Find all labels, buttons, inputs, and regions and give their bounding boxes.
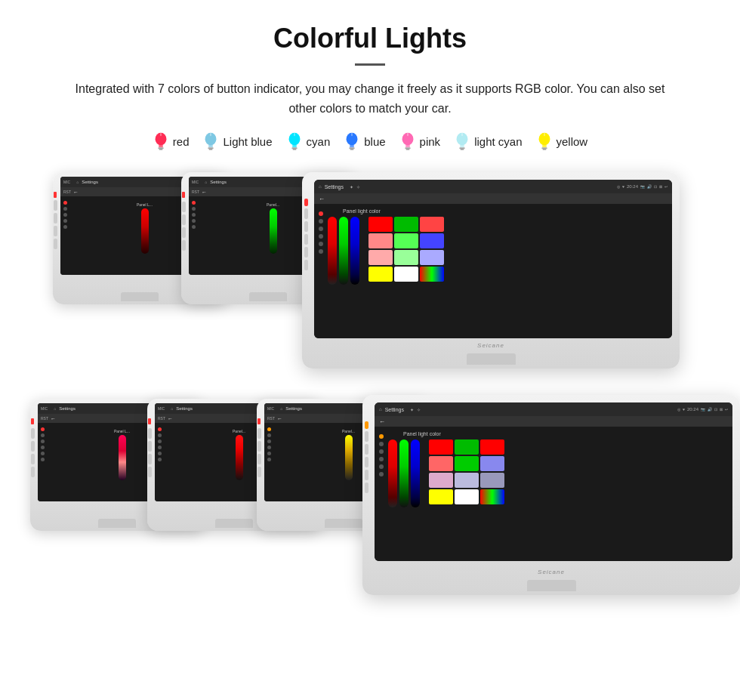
color-item-red: red xyxy=(153,131,190,151)
svg-rect-16 xyxy=(350,145,354,148)
color-item-lightblue: Light blue xyxy=(202,131,272,151)
color-label-red: red xyxy=(173,135,190,148)
lightblue-bulb-icon xyxy=(202,131,219,151)
svg-rect-18 xyxy=(350,149,354,150)
yellow-bulb-icon xyxy=(536,131,553,151)
page-title: Colorful Lights xyxy=(30,23,710,54)
svg-rect-8 xyxy=(209,149,213,150)
svg-rect-3 xyxy=(159,149,162,150)
pink-bulb-icon xyxy=(399,131,416,151)
device-foot-3 xyxy=(310,347,672,369)
side-buttons-1 xyxy=(54,192,57,249)
svg-rect-32 xyxy=(541,148,547,150)
page-container: Colorful Lights Integrated with 7 colors… xyxy=(0,0,740,648)
svg-rect-26 xyxy=(460,145,464,148)
color-label-pink: pink xyxy=(420,135,441,148)
svg-rect-11 xyxy=(292,145,297,148)
side-buttons-2 xyxy=(182,192,186,251)
device-top-3: ⌂ Settings ✦ ✧ ◎ ♥ 20:24 📷 🔊 ⊡ ⊠ xyxy=(302,172,680,369)
blue-bulb-icon xyxy=(344,131,360,151)
svg-rect-7 xyxy=(208,148,214,150)
cyan-bulb-icon xyxy=(286,131,303,151)
svg-rect-12 xyxy=(291,148,297,150)
svg-rect-2 xyxy=(158,148,163,150)
svg-rect-23 xyxy=(405,149,409,150)
svg-rect-6 xyxy=(209,145,214,148)
side-buttons-b2 xyxy=(148,418,152,477)
svg-rect-33 xyxy=(542,149,546,150)
svg-rect-1 xyxy=(159,145,163,148)
color-label-lightblue: Light blue xyxy=(223,135,272,148)
svg-rect-28 xyxy=(461,149,464,150)
color-item-cyan: cyan xyxy=(286,131,331,151)
color-label-lightcyan: light cyan xyxy=(474,135,522,148)
device-foot-blarge xyxy=(370,574,732,595)
side-buttons-b1 xyxy=(31,418,35,477)
page-description: Integrated with 7 colors of button indic… xyxy=(60,79,680,118)
screen-b-large: ⌂ Settings ✦ ✧ ◎ ♥ 20:24 📷 🔊 ⊡ ⊠ xyxy=(375,402,732,561)
svg-rect-22 xyxy=(405,148,410,150)
side-buttons-b3 xyxy=(257,418,261,477)
color-item-yellow: yellow xyxy=(536,131,588,151)
color-item-pink: pink xyxy=(399,131,441,151)
seicane-watermark-top: Seicane xyxy=(477,342,504,349)
color-label-blue: blue xyxy=(364,135,385,148)
svg-rect-13 xyxy=(292,149,296,150)
color-item-lightcyan: light cyan xyxy=(454,131,522,151)
lightcyan-bulb-icon xyxy=(454,131,470,151)
color-item-blue: blue xyxy=(344,131,385,151)
seicane-watermark-bot: Seicane xyxy=(538,569,565,575)
svg-rect-27 xyxy=(459,148,464,150)
color-legend: red Light blue cyan xyxy=(30,131,710,151)
color-label-cyan: cyan xyxy=(307,135,331,148)
svg-rect-17 xyxy=(350,148,355,150)
color-label-yellow: yellow xyxy=(557,135,588,148)
device-bot-large: ⌂ Settings ✦ ✧ ◎ ♥ 20:24 📷 🔊 ⊡ ⊠ xyxy=(362,395,740,595)
title-divider xyxy=(355,63,385,66)
devices-area: MIC ⌂ Settings RST ← xyxy=(30,172,710,618)
screen-3: ⌂ Settings ✦ ✧ ◎ ♥ 20:24 📷 🔊 ⊡ ⊠ xyxy=(314,180,672,338)
svg-rect-31 xyxy=(542,145,547,148)
red-bulb-icon xyxy=(153,131,169,151)
svg-rect-21 xyxy=(405,145,410,148)
